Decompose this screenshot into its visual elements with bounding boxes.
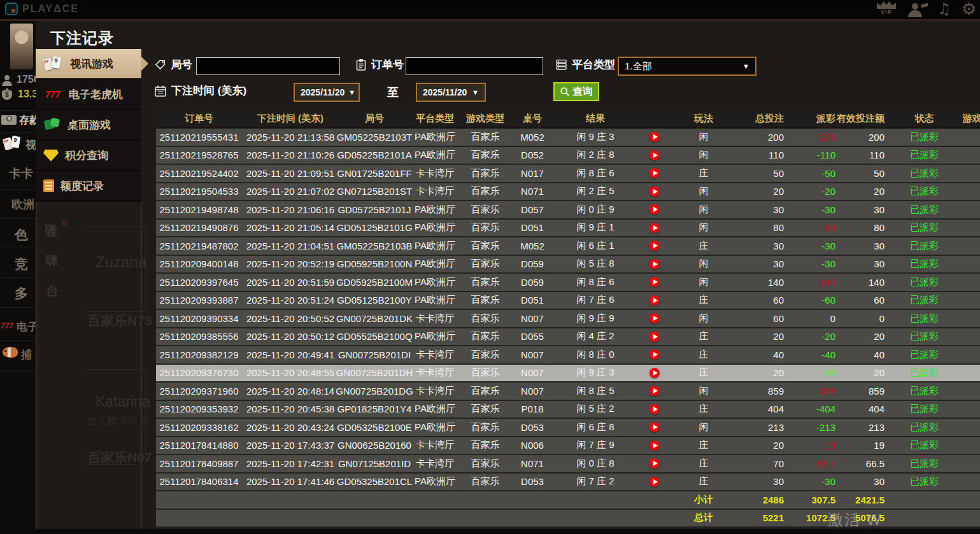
cell-play[interactable] [637, 474, 672, 491]
play-video-icon[interactable] [650, 368, 660, 378]
menu-item-slots[interactable]: 777 电子老虎机 [36, 80, 141, 109]
cell-platform: 卡卡湾厅 [410, 383, 460, 400]
play-video-icon[interactable] [650, 313, 660, 323]
play-video-icon[interactable] [650, 132, 660, 142]
cell-payout: 200 [792, 129, 839, 146]
deposit-icon [1, 115, 17, 125]
bg-item-kaka[interactable]: 卡卡 [9, 165, 33, 182]
cell-play[interactable] [637, 310, 672, 327]
table-row[interactable]: 2511202093381622025-11-20 20:43:24GD0532… [156, 419, 980, 437]
cell-play[interactable] [637, 274, 672, 291]
avatar[interactable] [10, 24, 33, 69]
table-row[interactable]: 2511202195287652025-11-20 21:10:26GD0522… [156, 147, 980, 165]
order-input[interactable] [406, 57, 543, 75]
table-row[interactable]: 2511202194987482025-11-20 21:06:16GD0572… [156, 201, 980, 220]
play-video-icon[interactable] [650, 223, 660, 233]
play-video-icon[interactable] [650, 422, 660, 432]
bg-item-europe[interactable]: 欧洲 [11, 197, 34, 212]
cell-play[interactable] [637, 165, 672, 182]
cell-play[interactable] [637, 220, 672, 237]
play-video-icon[interactable] [650, 295, 660, 306]
bg-item-duo[interactable]: 多 [15, 285, 28, 302]
table-row[interactable]: 2511202093903342025-11-20 20:50:52GN0072… [156, 310, 980, 328]
table-row[interactable]: 2511202093821292025-11-20 20:49:41GN0072… [156, 346, 980, 365]
search-button[interactable]: 查询 [553, 82, 599, 101]
cell-total-bet: 213 [735, 419, 792, 436]
cell-platform: 卡卡湾厅 [410, 183, 460, 200]
music-icon[interactable]: ♫ [937, 0, 951, 18]
cell-platform: PA欧洲厅 [410, 147, 460, 164]
date-to-picker[interactable]: 2025/11/20 ▼ [416, 83, 486, 102]
table-row[interactable]: 2511201784148802025-11-20 17:43:37GN0062… [156, 437, 980, 456]
date-from-picker[interactable]: 2025/11/20 ▼ [294, 83, 360, 102]
cell-play[interactable] [637, 365, 672, 382]
table-row[interactable]: 2511201784098872025-11-20 17:42:31GN0712… [156, 455, 980, 474]
play-video-icon[interactable] [650, 477, 660, 487]
play-video-icon[interactable] [650, 204, 660, 214]
subtotal-row-cell [949, 491, 980, 509]
cell-play[interactable] [637, 455, 672, 472]
round-input[interactable] [196, 57, 340, 75]
play-video-icon[interactable] [650, 241, 660, 251]
cell-play[interactable] [637, 419, 672, 436]
cell-game-type: 百家乐 [460, 383, 511, 400]
deposit-label[interactable]: 存款 [19, 114, 36, 127]
cell-play[interactable] [637, 129, 672, 146]
fishing-label[interactable]: 捕 [21, 348, 32, 362]
table-row[interactable]: 2511202195554312025-11-20 21:13:58GM0522… [156, 129, 980, 147]
menu-item-video-games[interactable]: 视讯游戏 [36, 49, 141, 78]
cell-play[interactable] [637, 328, 672, 346]
cell-bet-type: 庄 [672, 401, 735, 418]
cell-order-id: 251120209371960 [156, 383, 242, 400]
cell-play[interactable] [637, 346, 672, 363]
play-video-icon[interactable] [650, 186, 660, 197]
table-row[interactable]: 2511202093767302025-11-20 20:48:55GN0072… [156, 365, 980, 383]
play-video-icon[interactable] [650, 259, 660, 269]
cell-status: 已派彩 [900, 201, 949, 218]
play-video-icon[interactable] [650, 332, 660, 342]
account-button[interactable] [907, 3, 928, 18]
table-row[interactable]: 2511202093976452025-11-20 20:51:59GD0592… [156, 274, 980, 292]
cell-play[interactable] [637, 292, 672, 309]
subtotal-row-cell [410, 491, 460, 509]
table-row[interactable]: 2511202194908762025-11-20 21:05:14GD0512… [156, 220, 980, 238]
table-row[interactable]: 2511202194878022025-11-20 21:04:51GM0522… [156, 237, 980, 256]
cell-play[interactable] [637, 183, 672, 200]
play-video-icon[interactable] [650, 404, 660, 414]
table-row[interactable]: 2511202093855562025-11-20 20:50:12GD0552… [156, 328, 980, 347]
slots-label[interactable]: 电子 [17, 320, 36, 334]
cell-play[interactable] [637, 383, 672, 400]
play-video-icon[interactable] [650, 168, 660, 178]
cell-play[interactable] [637, 256, 672, 273]
menu-item-points[interactable]: 积分查询 [36, 141, 141, 170]
table-row[interactable]: 2511201784063142025-11-20 17:41:46GD0532… [156, 474, 980, 492]
cell-play[interactable] [637, 237, 672, 255]
table-row[interactable]: 2511202094001482025-11-20 20:52:19GD0592… [156, 256, 980, 274]
subtotal-row: 小计2486307.52421.5 [156, 491, 980, 510]
vip-button[interactable]: VIP [874, 1, 899, 15]
play-video-icon[interactable] [650, 349, 660, 360]
gear-icon[interactable]: ⚙ [962, 0, 976, 18]
table-row[interactable]: 2511202195045332025-11-20 21:07:02GN0712… [156, 183, 980, 202]
table-row[interactable]: 2511202093719602025-11-20 20:48:14GN0072… [156, 383, 980, 401]
play-video-icon[interactable] [650, 458, 660, 468]
cell-play[interactable] [637, 201, 672, 218]
table-row[interactable]: 2511202093539322025-11-20 20:45:38GP0182… [156, 401, 980, 419]
cell-play[interactable] [637, 401, 672, 418]
play-video-icon[interactable] [650, 277, 660, 287]
play-video-icon[interactable] [650, 150, 660, 160]
cell-play[interactable] [637, 437, 672, 454]
cell-order-id: 251120219504533 [156, 183, 242, 200]
table-row[interactable]: 2511202093938872025-11-20 20:51:24GD0512… [156, 292, 980, 311]
bg-item-jing[interactable]: 竞 [15, 255, 28, 273]
cell-round-id: GM05225B2103B [339, 237, 410, 255]
table-row[interactable]: 2511202195244022025-11-20 21:09:51GN0172… [156, 165, 980, 183]
menu-item-quota-records[interactable]: 额度记录 [36, 171, 141, 200]
bg-item-se[interactable]: 色 [15, 226, 28, 244]
play-video-icon[interactable] [650, 386, 660, 396]
menu-item-table-games[interactable]: 桌面游戏 [36, 110, 141, 139]
platform-selected-value: 1.全部 [625, 60, 652, 73]
platform-select[interactable]: 1.全部 ▼ [618, 57, 756, 76]
play-video-icon[interactable] [650, 440, 660, 451]
cell-play[interactable] [637, 147, 672, 164]
